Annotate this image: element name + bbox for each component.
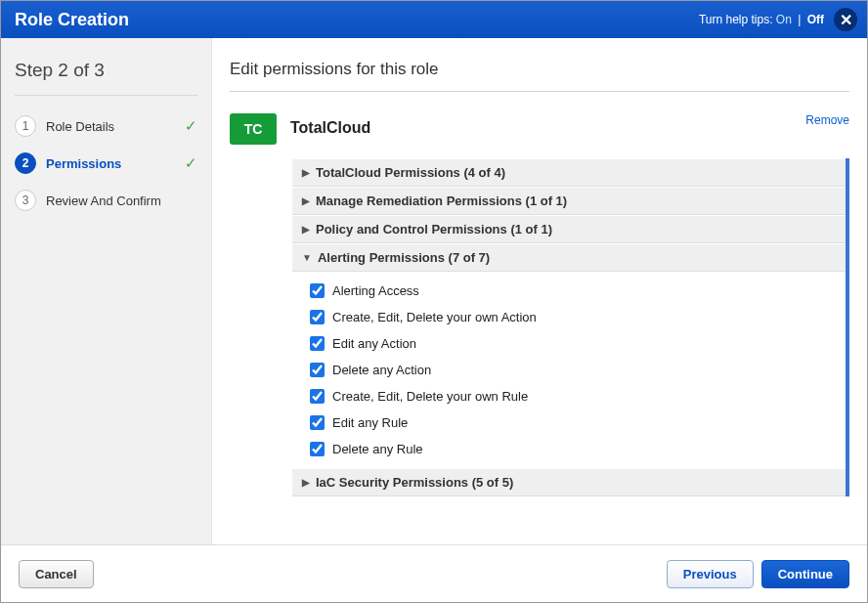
continue-button[interactable]: Continue bbox=[761, 560, 849, 588]
help-tips-on[interactable]: On bbox=[776, 13, 792, 26]
step-label: Permissions bbox=[46, 156, 175, 171]
perm-label: Edit any Action bbox=[332, 336, 416, 351]
perm-group-header[interactable]: ▶IaC Security Permissions (5 of 5) bbox=[292, 468, 846, 496]
triangle-down-icon: ▼ bbox=[302, 252, 312, 263]
perm-item[interactable]: Alerting Access bbox=[292, 278, 846, 304]
close-icon[interactable]: ✕ bbox=[834, 8, 857, 31]
triangle-right-icon: ▶ bbox=[302, 477, 310, 488]
perm-group-header[interactable]: ▼Alerting Permissions (7 of 7) bbox=[292, 243, 846, 272]
remove-module-link[interactable]: Remove bbox=[805, 113, 849, 127]
module-badge: TC bbox=[230, 113, 277, 145]
dialog-footer: Cancel Previous Continue bbox=[1, 544, 867, 603]
perm-label: Edit any Rule bbox=[332, 415, 408, 430]
perm-checkbox[interactable] bbox=[310, 442, 325, 456]
perm-label: Create, Edit, Delete your own Rule bbox=[332, 389, 528, 404]
previous-button[interactable]: Previous bbox=[667, 560, 754, 588]
triangle-right-icon: ▶ bbox=[302, 224, 310, 235]
perm-label: Alerting Access bbox=[332, 283, 419, 298]
perm-item[interactable]: Delete any Action bbox=[292, 357, 846, 383]
wizard-step-permissions[interactable]: 2Permissions✓ bbox=[15, 145, 197, 182]
cancel-button[interactable]: Cancel bbox=[19, 560, 94, 588]
perm-checkbox[interactable] bbox=[310, 389, 325, 404]
perm-label: Delete any Action bbox=[332, 363, 431, 377]
page-title: Edit permissions for this role bbox=[230, 60, 849, 92]
wizard-step-role-details[interactable]: 1Role Details✓ bbox=[15, 108, 197, 145]
perm-group-label: Policy and Control Permissions (1 of 1) bbox=[316, 222, 552, 237]
perm-list: Alerting AccessCreate, Edit, Delete your… bbox=[292, 272, 846, 468]
step-number: 3 bbox=[15, 190, 36, 211]
triangle-right-icon: ▶ bbox=[302, 195, 310, 206]
perm-item[interactable]: Edit any Rule bbox=[292, 409, 846, 436]
perm-item[interactable]: Edit any Action bbox=[292, 330, 846, 357]
triangle-right-icon: ▶ bbox=[302, 167, 310, 178]
perm-group-header[interactable]: ▶Manage Remediation Permissions (1 of 1) bbox=[292, 187, 846, 215]
wizard-sidebar: Step 2 of 3 1Role Details✓2Permissions✓3… bbox=[1, 38, 212, 544]
perm-group-label: Alerting Permissions (7 of 7) bbox=[318, 250, 490, 265]
perm-checkbox[interactable] bbox=[310, 336, 325, 351]
perm-label: Create, Edit, Delete your own Action bbox=[332, 310, 537, 324]
titlebar: Role Creation Turn help tips: On | Off ✕ bbox=[1, 1, 867, 38]
help-tips: Turn help tips: On | Off bbox=[699, 13, 824, 26]
checkmark-icon: ✓ bbox=[185, 117, 197, 135]
wizard-step-review-and-confirm[interactable]: 3Review And Confirm bbox=[15, 182, 197, 219]
perm-group-label: TotalCloud Permissions (4 of 4) bbox=[316, 165, 505, 180]
perm-item[interactable]: Delete any Rule bbox=[292, 436, 846, 462]
perm-item[interactable]: Create, Edit, Delete your own Action bbox=[292, 304, 846, 330]
perm-checkbox[interactable] bbox=[310, 363, 325, 377]
perm-group-header[interactable]: ▶Policy and Control Permissions (1 of 1) bbox=[292, 215, 846, 243]
step-label: Review And Confirm bbox=[46, 194, 197, 208]
step-number: 2 bbox=[15, 152, 36, 174]
step-label: Role Details bbox=[46, 119, 175, 134]
main-panel: Edit permissions for this role TC TotalC… bbox=[212, 38, 867, 544]
module-block: TC TotalCloud Remove ▶TotalCloud Permiss… bbox=[230, 113, 849, 496]
step-indicator: Step 2 of 3 bbox=[15, 60, 197, 96]
help-tips-off[interactable]: Off bbox=[807, 13, 824, 26]
perm-checkbox[interactable] bbox=[310, 283, 325, 298]
perm-group-label: Manage Remediation Permissions (1 of 1) bbox=[316, 194, 567, 208]
checkmark-icon: ✓ bbox=[185, 154, 197, 172]
perm-group-label: IaC Security Permissions (5 of 5) bbox=[316, 475, 513, 490]
module-name: TotalCloud bbox=[290, 113, 370, 137]
perm-label: Delete any Rule bbox=[332, 442, 423, 456]
perm-item[interactable]: Create, Edit, Delete your own Rule bbox=[292, 383, 846, 409]
perm-checkbox[interactable] bbox=[310, 415, 325, 430]
dialog-title: Role Creation bbox=[15, 10, 129, 30]
perm-group-header[interactable]: ▶TotalCloud Permissions (4 of 4) bbox=[292, 158, 846, 187]
step-number: 1 bbox=[15, 115, 36, 137]
perm-checkbox[interactable] bbox=[310, 310, 325, 324]
